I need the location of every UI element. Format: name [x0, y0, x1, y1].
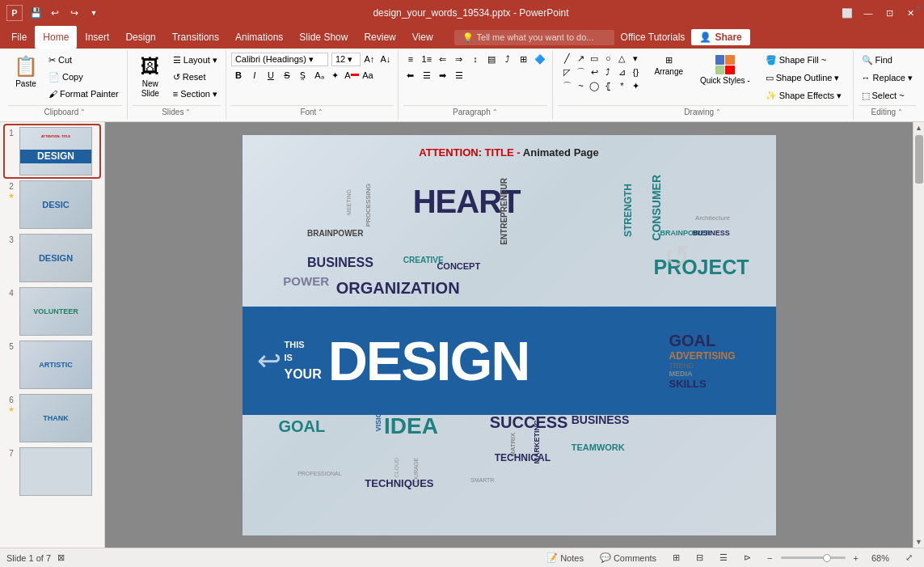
align-left-button[interactable]: ⬅: [403, 68, 418, 83]
font-color-button[interactable]: A: [344, 68, 359, 83]
slide-thumb-7[interactable]: 7: [5, 446, 99, 497]
shape-c5[interactable]: ⊿: [615, 66, 628, 78]
shape-c10[interactable]: ⦃: [601, 79, 614, 92]
ribbon-collapse-btn[interactable]: ∧: [915, 3, 921, 12]
numbering-button[interactable]: 1≡: [420, 52, 434, 66]
menu-review[interactable]: Review: [356, 26, 403, 49]
col-spacing-button[interactable]: ↕: [468, 52, 483, 66]
shape-c7[interactable]: ⌒: [560, 79, 573, 92]
menu-file[interactable]: File: [3, 26, 35, 49]
col-button[interactable]: ▤: [484, 52, 499, 66]
section-button[interactable]: ≡ Section ▾: [170, 86, 221, 102]
shape-c8[interactable]: ~: [574, 79, 587, 92]
restore-window-btn[interactable]: ⬜: [840, 6, 854, 20]
replace-button[interactable]: ↔ Replace ▾: [859, 70, 916, 86]
smartart-button[interactable]: 🔷: [533, 52, 547, 66]
drawing-label[interactable]: Drawing ⌃: [558, 105, 848, 118]
clipboard-label[interactable]: Clipboard ⌃: [8, 105, 122, 118]
menu-home[interactable]: Home: [35, 26, 77, 49]
shape-c4[interactable]: ⤴: [601, 66, 614, 78]
menu-slideshow[interactable]: Slide Show: [291, 26, 356, 49]
slide-thumb-2[interactable]: 2 ★ DESIC: [5, 179, 99, 231]
format-painter-button[interactable]: 🖌 Format Painter: [45, 86, 122, 102]
font-label[interactable]: Font ⌃: [231, 105, 393, 118]
comments-button[interactable]: 💬 Comments: [595, 551, 661, 565]
menu-insert[interactable]: Insert: [77, 26, 117, 49]
undo-btn[interactable]: ↩: [47, 5, 63, 21]
font-size-dropdown[interactable]: 12 ▾: [331, 53, 361, 66]
increase-list-button[interactable]: ⇒: [452, 52, 466, 66]
customize-qat-btn[interactable]: ▼: [86, 5, 102, 21]
slide-thumb-6[interactable]: 6 ★ THANK: [5, 392, 99, 444]
underline-button[interactable]: U: [264, 68, 278, 83]
fit-to-window-btn[interactable]: ⤢: [901, 551, 918, 565]
font-name-dropdown[interactable]: Calibri (Headings) ▾: [231, 53, 328, 66]
tell-me[interactable]: 💡: [454, 30, 614, 45]
shape-c2[interactable]: ⌒: [574, 66, 587, 78]
shape-line[interactable]: ╱: [560, 52, 573, 65]
save-btn[interactable]: 💾: [27, 5, 44, 21]
menu-design[interactable]: Design: [117, 26, 163, 49]
shape-c6[interactable]: {}: [629, 66, 642, 78]
paragraph-label[interactable]: Paragraph ⌃: [403, 105, 547, 118]
decrease-indent-button[interactable]: Aₐ: [312, 68, 327, 83]
reset-button[interactable]: ↺ Reset: [170, 69, 221, 85]
menu-transitions[interactable]: Transitions: [164, 26, 227, 49]
bold-button[interactable]: B: [231, 68, 246, 83]
clear-formatting-button[interactable]: ✦: [328, 68, 343, 83]
scroll-thumb[interactable]: [915, 135, 923, 184]
slide-thumb-4[interactable]: 4 VOLUNTEER: [5, 286, 99, 337]
paste-button[interactable]: 📋 Paste: [8, 52, 44, 92]
shape-c9[interactable]: ◯: [588, 79, 601, 92]
shape-rect[interactable]: ▭: [588, 52, 601, 65]
select-button[interactable]: ⬚ Select ~: [859, 87, 908, 104]
share-button[interactable]: 👤 Share: [691, 29, 749, 45]
align-center-button[interactable]: ☰: [420, 68, 434, 83]
strikethrough-button[interactable]: S: [280, 68, 294, 83]
new-slide-button[interactable]: 🖼 NewSlide: [133, 52, 168, 102]
slide-canvas[interactable]: ATTENTION: TITLE - Animated Page ↩ THISI…: [243, 135, 776, 535]
shape-c3[interactable]: ↩: [588, 66, 601, 78]
slide-thumb-5[interactable]: 5 ARTISTIC: [5, 339, 99, 391]
redo-btn[interactable]: ↪: [66, 5, 82, 21]
increase-font-button[interactable]: A↑: [362, 52, 377, 66]
shape-more[interactable]: ▾: [629, 52, 642, 65]
change-case-button[interactable]: Aa: [361, 68, 375, 83]
shape-arrow[interactable]: ↗: [574, 52, 587, 65]
shape-fill-button[interactable]: 🪣 Shape Fill ~: [762, 52, 845, 68]
shape-outline-button[interactable]: ▭ Shape Outline ▾: [762, 70, 845, 86]
text-dir-button[interactable]: ⤴: [500, 52, 515, 66]
slide-thumb-1[interactable]: 1 DESIGN ATTENTION: TITLE: [5, 125, 99, 177]
view-normal-btn[interactable]: ⊞: [668, 551, 685, 565]
editing-label[interactable]: Editing ⌃: [859, 105, 916, 118]
scroll-up-arrow[interactable]: ▲: [913, 122, 924, 133]
zoom-thumb[interactable]: [823, 554, 831, 562]
zoom-in-btn[interactable]: +: [849, 552, 863, 565]
decrease-list-button[interactable]: ⇐: [436, 52, 450, 66]
copy-button[interactable]: 📄 Copy: [45, 69, 122, 85]
office-tutorials[interactable]: Office Tutorials: [621, 32, 686, 43]
menu-view[interactable]: View: [404, 26, 441, 49]
zoom-level[interactable]: 68%: [867, 552, 894, 565]
bullets-button[interactable]: ≡: [403, 52, 418, 66]
italic-button[interactable]: I: [247, 68, 262, 83]
view-slide-show-btn[interactable]: ⊳: [739, 551, 756, 565]
shape-oval[interactable]: ○: [601, 52, 614, 65]
align-right-button[interactable]: ➡: [436, 68, 450, 83]
cut-button[interactable]: ✂ Cut: [45, 52, 122, 68]
quick-styles-button[interactable]: Quick Styles -: [695, 52, 755, 89]
shape-tri[interactable]: △: [615, 52, 628, 65]
menu-animations[interactable]: Animations: [227, 26, 291, 49]
shape-c11[interactable]: *: [615, 79, 628, 92]
shape-c12[interactable]: ✦: [629, 79, 642, 92]
slides-label[interactable]: Slides ⌃: [133, 105, 221, 118]
accessibility-icon[interactable]: ⊠: [57, 552, 65, 563]
layout-button[interactable]: ☰ Layout ▾: [170, 52, 221, 68]
shape-c1[interactable]: ◸: [560, 66, 573, 78]
shadow-button[interactable]: S̤: [296, 68, 310, 83]
minimize-btn[interactable]: —: [861, 6, 875, 20]
justify-button[interactable]: ☰: [452, 68, 466, 83]
slide-thumb-3[interactable]: 3 DESIGN: [5, 232, 99, 284]
shape-effects-button[interactable]: ✨ Shape Effects ▾: [762, 87, 845, 104]
notes-button[interactable]: 📝 Notes: [542, 551, 589, 565]
